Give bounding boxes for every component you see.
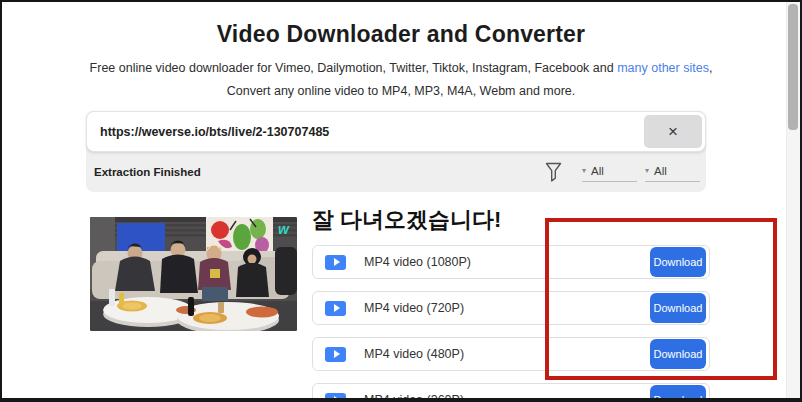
downloader-panel: × Extraction Finished ▾ All ▾ All (86, 111, 706, 192)
download-item-row: MP4 video (480P) Download (312, 337, 710, 371)
download-button[interactable]: Download (650, 385, 706, 402)
scrollbar[interactable] (786, 2, 800, 398)
download-item-row: MP4 video (360P) Download (312, 383, 710, 402)
video-play-icon (325, 347, 346, 362)
many-other-sites-link[interactable]: many other sites (617, 61, 709, 75)
format-filter-dropdown[interactable]: ▾ All (582, 163, 637, 182)
format-filter-value: All (591, 165, 604, 177)
scrollbar-thumb[interactable] (788, 4, 798, 130)
video-play-icon (325, 393, 346, 402)
download-item-row: MP4 video (720P) Download (312, 291, 710, 325)
clear-url-button[interactable]: × (644, 115, 702, 148)
quality-filter-dropdown[interactable]: ▾ All (645, 163, 700, 182)
page-title: Video Downloader and Converter (2, 21, 800, 48)
video-play-icon (325, 301, 346, 316)
close-icon: × (668, 122, 678, 141)
format-label: MP4 video (480P) (364, 347, 464, 361)
weverse-watermark: w (278, 221, 290, 237)
url-input[interactable] (87, 125, 705, 139)
url-card: × (86, 111, 706, 152)
filter-funnel-icon[interactable] (545, 162, 562, 183)
filter-group: ▾ All ▾ All (545, 162, 700, 183)
quality-filter-value: All (654, 165, 667, 177)
download-button[interactable]: Download (650, 339, 706, 369)
extraction-status: Extraction Finished (94, 166, 201, 178)
page-subtitle: Free online video downloader for Vimeo, … (77, 57, 725, 103)
subtitle-text-pre: Free online video downloader for Vimeo, … (90, 61, 618, 75)
chevron-down-icon: ▾ (645, 166, 649, 175)
browser-page: Video Downloader and Converter Free onli… (0, 0, 802, 402)
chevron-down-icon: ▾ (582, 166, 586, 175)
video-title: 잘 다녀오겠습니다! (312, 205, 501, 235)
download-button[interactable]: Download (650, 293, 706, 323)
status-bar: Extraction Finished ▾ All ▾ All (86, 152, 706, 192)
download-item-row: MP4 video (1080P) Download (312, 245, 710, 279)
format-label: MP4 video (1080P) (364, 255, 471, 269)
video-thumbnail: w (90, 217, 297, 331)
download-list: MP4 video (1080P) Download MP4 video (72… (312, 245, 710, 402)
format-label: MP4 video (360P) (364, 393, 464, 402)
download-button[interactable]: Download (650, 247, 706, 277)
format-label: MP4 video (720P) (364, 301, 464, 315)
video-play-icon (325, 255, 346, 270)
